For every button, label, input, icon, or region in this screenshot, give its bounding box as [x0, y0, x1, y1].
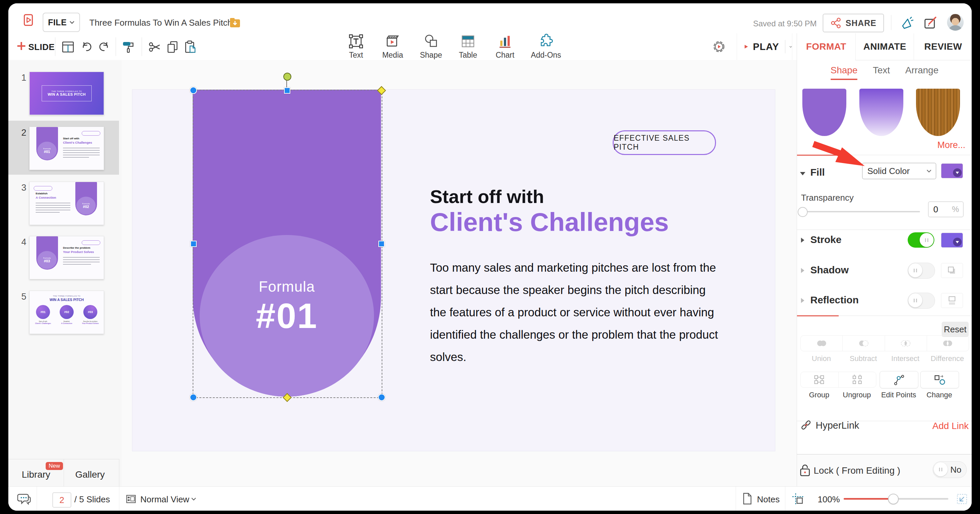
subtab-text[interactable]: Text: [873, 65, 890, 80]
tab-animate-label: ANIMATE: [863, 41, 906, 52]
change-shape-button[interactable]: [920, 371, 959, 388]
shadow-disclosure-icon[interactable]: [800, 268, 805, 273]
subtract-button[interactable]: [843, 336, 885, 351]
resize-handle-mid-right[interactable]: [378, 241, 385, 247]
lock-toggle[interactable]: No: [933, 461, 967, 478]
shape-style-preset-solid[interactable]: [802, 89, 846, 136]
zoom-slider-thumb[interactable]: [888, 494, 899, 504]
comments-icon[interactable]: [18, 492, 31, 506]
feedback-icon[interactable]: [923, 15, 938, 31]
difference-button[interactable]: [927, 336, 969, 351]
resize-handle-bottom-left[interactable]: [190, 394, 197, 401]
document-title[interactable]: Three Formulas To Win A Sales Pitch: [89, 18, 232, 28]
share-button[interactable]: SHARE: [822, 14, 884, 32]
reflection-disclosure-icon[interactable]: [800, 298, 805, 303]
current-slide-input[interactable]: 2: [52, 492, 72, 508]
slide-layout-icon[interactable]: [61, 40, 75, 54]
slide-heading-2[interactable]: Client's Challenges: [430, 207, 669, 237]
view-mode-chevron-icon[interactable]: [191, 497, 196, 501]
union-button[interactable]: [801, 336, 843, 351]
shadow-toggle[interactable]: [908, 263, 935, 278]
file-menu-button[interactable]: FILE: [43, 13, 80, 32]
app-logo-icon[interactable]: [22, 13, 35, 27]
reset-button[interactable]: Reset: [942, 321, 969, 337]
zoom-level: 100%: [818, 494, 840, 504]
tab-format[interactable]: FORMAT: [797, 33, 855, 60]
insert-shape-tool[interactable]: Shape: [414, 33, 448, 60]
slide-heading-1[interactable]: Start off with: [430, 186, 544, 207]
transparency-label: Transparency: [801, 193, 854, 203]
slide-5-thumbnail[interactable]: THE THREE FORMULAS TO WIN A SALES PITCH …: [29, 291, 104, 334]
fit-to-screen-icon[interactable]: [956, 493, 968, 504]
resize-handle-bottom-right[interactable]: [378, 394, 385, 401]
subtab-arrange[interactable]: Arrange: [905, 65, 939, 80]
slide-1-thumbnail[interactable]: THE THREE FORMULAS TO WIN A SALES PITCH: [29, 72, 104, 115]
paste-icon[interactable]: [184, 40, 198, 54]
transparency-slider-track[interactable]: [802, 211, 920, 212]
redo-icon[interactable]: [98, 41, 110, 53]
stroke-toggle[interactable]: [908, 232, 934, 248]
notes-button[interactable]: Notes: [757, 494, 780, 504]
format-painter-icon[interactable]: [122, 40, 136, 54]
slide-3-thumbnail[interactable]: Formula #02 Establish A Connection: [29, 181, 104, 225]
reflection-style-box[interactable]: [941, 293, 963, 308]
insert-addons-tool[interactable]: Add-Ons: [529, 33, 563, 60]
fill-type-select[interactable]: Solid Color: [862, 163, 936, 179]
toolbar-separator: [116, 37, 116, 56]
guides-icon[interactable]: [792, 493, 804, 505]
tab-review[interactable]: REVIEW: [914, 33, 972, 60]
fill-color-dropdown-icon[interactable]: [953, 168, 962, 177]
subtab-shape[interactable]: Shape: [830, 65, 858, 80]
reflection-toggle[interactable]: [908, 293, 935, 309]
gallery-tab[interactable]: Gallery: [68, 469, 112, 480]
user-avatar[interactable]: [947, 14, 964, 31]
insert-chart-tool[interactable]: Chart: [488, 33, 522, 60]
add-slide-button[interactable]: SLIDE: [28, 42, 55, 53]
slide-2-thumbnail[interactable]: Formula #01 Start off with Client's Chal…: [29, 127, 104, 170]
slide-4-mini-subheading: Your Product Solves: [63, 250, 94, 254]
slide-1-line2: WIN A SALES PITCH: [48, 92, 86, 96]
shadow-style-box[interactable]: [941, 263, 963, 278]
insert-media-tool[interactable]: Media: [376, 33, 409, 60]
group-button[interactable]: [801, 372, 838, 387]
copy-icon[interactable]: [165, 40, 180, 54]
slide-1-number: 1: [15, 73, 26, 83]
resize-handle-mid-left[interactable]: [190, 241, 197, 247]
shape-style-preset-gradient[interactable]: [859, 89, 903, 136]
edit-points-button[interactable]: [880, 371, 918, 388]
slide-4-thumbnail[interactable]: Formula #03 Describe the problem Your Pr…: [29, 236, 104, 279]
insert-table-tool[interactable]: Table: [451, 33, 485, 60]
slideshow-settings-icon[interactable]: [711, 39, 727, 55]
stroke-color-dropdown-icon[interactable]: [953, 238, 962, 246]
slide-body-text[interactable]: Too many sales and marketing pitches are…: [430, 256, 721, 368]
play-options-chevron-icon[interactable]: [789, 45, 792, 49]
transparency-input[interactable]: 0 %: [928, 201, 964, 217]
play-button[interactable]: PLAY: [753, 41, 780, 53]
resize-handle-top-center[interactable]: [284, 88, 290, 94]
resize-handle-top-left[interactable]: [190, 87, 197, 94]
view-mode-selector[interactable]: Normal View: [140, 494, 189, 504]
tab-review-label: REVIEW: [924, 41, 962, 52]
fill-disclosure-icon[interactable]: [800, 171, 806, 176]
fill-color-swatch[interactable]: [941, 163, 963, 178]
stroke-color-swatch[interactable]: [941, 233, 963, 248]
library-tab[interactable]: Library: [15, 469, 57, 480]
more-styles-link[interactable]: More...: [908, 140, 965, 150]
share-icon: [830, 18, 842, 29]
undo-icon[interactable]: [80, 41, 93, 53]
intersect-button[interactable]: [885, 336, 927, 351]
shape-style-preset-wood[interactable]: [916, 89, 960, 136]
insert-text-tool[interactable]: Text: [339, 33, 373, 60]
transparency-unit: %: [952, 205, 959, 214]
rotate-handle[interactable]: [283, 73, 291, 81]
ungroup-button[interactable]: [838, 372, 877, 387]
notes-icon[interactable]: [742, 492, 752, 505]
tab-animate[interactable]: ANIMATE: [855, 33, 914, 60]
transparency-slider-thumb[interactable]: [798, 207, 808, 217]
announcement-icon[interactable]: [899, 15, 914, 31]
cut-icon[interactable]: [148, 40, 162, 54]
stroke-disclosure-icon[interactable]: [800, 237, 805, 243]
section-accent: [797, 315, 838, 316]
add-link-button[interactable]: Add Link: [915, 421, 969, 431]
slide-badge[interactable]: EFFECTIVE SALES PITCH: [612, 130, 716, 155]
